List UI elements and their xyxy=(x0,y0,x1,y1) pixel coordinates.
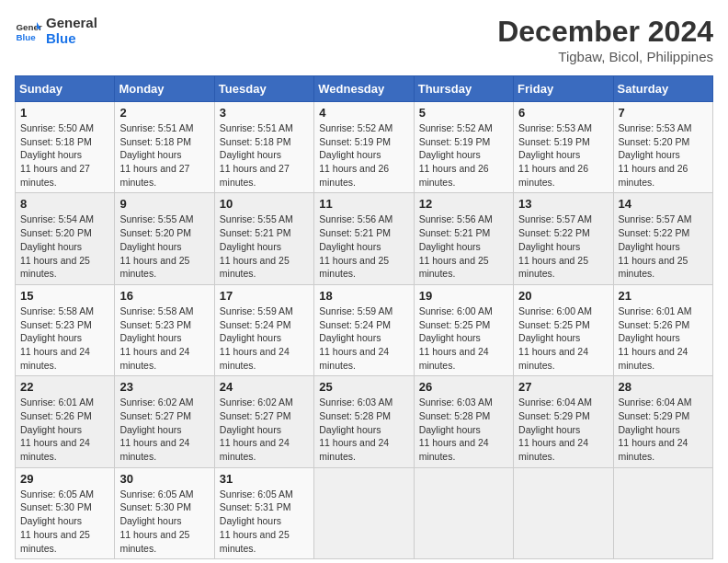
day-number: 27 xyxy=(518,380,608,394)
calendar-day-cell: 31Sunrise: 6:05 AMSunset: 5:31 PMDayligh… xyxy=(214,467,313,558)
calendar-body: 1Sunrise: 5:50 AMSunset: 5:18 PMDaylight… xyxy=(16,102,713,559)
day-number: 14 xyxy=(619,197,708,211)
calendar-day-cell: 28Sunrise: 6:04 AMSunset: 5:29 PMDayligh… xyxy=(613,376,712,467)
calendar-day-cell: 4Sunrise: 5:52 AMSunset: 5:19 PMDaylight… xyxy=(314,102,414,193)
day-info: Sunrise: 6:04 AMSunset: 5:29 PMDaylight … xyxy=(619,396,708,463)
day-number: 19 xyxy=(419,289,508,303)
calendar-day-cell xyxy=(314,467,414,558)
calendar-day-cell: 27Sunrise: 6:04 AMSunset: 5:29 PMDayligh… xyxy=(514,376,613,467)
calendar-day-cell: 14Sunrise: 5:57 AMSunset: 5:22 PMDayligh… xyxy=(613,193,712,284)
calendar-day-cell: 11Sunrise: 5:56 AMSunset: 5:21 PMDayligh… xyxy=(314,193,414,284)
weekday-header-saturday: Saturday xyxy=(613,76,712,102)
day-info: Sunrise: 5:51 AMSunset: 5:18 PMDaylight … xyxy=(220,121,309,189)
day-info: Sunrise: 5:53 AMSunset: 5:19 PMDaylight … xyxy=(518,121,608,189)
day-number: 18 xyxy=(319,289,408,303)
calendar-day-cell: 10Sunrise: 5:55 AMSunset: 5:21 PMDayligh… xyxy=(214,193,313,284)
day-number: 30 xyxy=(119,472,209,486)
day-number: 16 xyxy=(119,289,209,303)
day-info: Sunrise: 5:54 AMSunset: 5:20 PMDaylight … xyxy=(20,213,109,280)
day-info: Sunrise: 5:52 AMSunset: 5:19 PMDaylight … xyxy=(319,121,408,189)
day-info: Sunrise: 5:59 AMSunset: 5:24 PMDaylight … xyxy=(220,304,309,372)
calendar-day-cell: 26Sunrise: 6:03 AMSunset: 5:28 PMDayligh… xyxy=(414,376,513,467)
calendar-day-cell: 8Sunrise: 5:54 AMSunset: 5:20 PMDaylight… xyxy=(16,193,115,284)
day-number: 31 xyxy=(220,472,309,486)
calendar-day-cell: 12Sunrise: 5:56 AMSunset: 5:21 PMDayligh… xyxy=(414,193,513,284)
day-number: 3 xyxy=(220,106,309,120)
weekday-header-tuesday: Tuesday xyxy=(214,76,313,102)
day-info: Sunrise: 5:57 AMSunset: 5:22 PMDaylight … xyxy=(619,213,708,280)
weekday-header-friday: Friday xyxy=(514,76,613,102)
calendar-day-cell: 19Sunrise: 6:00 AMSunset: 5:25 PMDayligh… xyxy=(414,284,513,375)
calendar-header: SundayMondayTuesdayWednesdayThursdayFrid… xyxy=(16,76,713,102)
day-info: Sunrise: 5:58 AMSunset: 5:23 PMDaylight … xyxy=(119,304,209,372)
day-number: 5 xyxy=(419,106,508,120)
logo: General Blue General Blue xyxy=(15,15,97,46)
calendar-day-cell xyxy=(613,467,712,558)
day-info: Sunrise: 5:55 AMSunset: 5:20 PMDaylight … xyxy=(119,213,209,280)
day-info: Sunrise: 5:51 AMSunset: 5:18 PMDaylight … xyxy=(119,121,209,189)
day-info: Sunrise: 5:58 AMSunset: 5:23 PMDaylight … xyxy=(20,304,109,372)
calendar-week-row: 22Sunrise: 6:01 AMSunset: 5:26 PMDayligh… xyxy=(16,376,713,467)
day-number: 13 xyxy=(518,197,608,211)
day-number: 9 xyxy=(119,197,209,211)
weekday-header-monday: Monday xyxy=(115,76,214,102)
weekday-header-thursday: Thursday xyxy=(414,76,513,102)
calendar-week-row: 15Sunrise: 5:58 AMSunset: 5:23 PMDayligh… xyxy=(16,284,713,375)
day-info: Sunrise: 6:03 AMSunset: 5:28 PMDaylight … xyxy=(419,396,508,463)
location-subtitle: Tigbaw, Bicol, Philippines xyxy=(497,49,713,64)
day-number: 4 xyxy=(319,106,408,120)
day-info: Sunrise: 5:56 AMSunset: 5:21 PMDaylight … xyxy=(319,213,408,280)
calendar-week-row: 29Sunrise: 6:05 AMSunset: 5:30 PMDayligh… xyxy=(16,467,713,558)
svg-text:Blue: Blue xyxy=(17,32,37,42)
calendar-day-cell: 25Sunrise: 6:03 AMSunset: 5:28 PMDayligh… xyxy=(314,376,414,467)
day-number: 23 xyxy=(119,380,209,394)
day-info: Sunrise: 6:05 AMSunset: 5:30 PMDaylight … xyxy=(20,488,109,555)
day-number: 10 xyxy=(220,197,309,211)
day-number: 24 xyxy=(220,380,309,394)
calendar-day-cell: 5Sunrise: 5:52 AMSunset: 5:19 PMDaylight… xyxy=(414,102,513,193)
main-title: December 2024 xyxy=(497,15,713,49)
logo-icon: General Blue xyxy=(15,17,42,44)
day-number: 15 xyxy=(20,289,109,303)
day-info: Sunrise: 6:00 AMSunset: 5:25 PMDaylight … xyxy=(518,304,608,372)
weekday-header-sunday: Sunday xyxy=(16,76,115,102)
calendar-day-cell: 16Sunrise: 5:58 AMSunset: 5:23 PMDayligh… xyxy=(115,284,214,375)
weekday-header-row: SundayMondayTuesdayWednesdayThursdayFrid… xyxy=(16,76,713,102)
day-number: 2 xyxy=(119,106,209,120)
day-info: Sunrise: 5:59 AMSunset: 5:24 PMDaylight … xyxy=(319,304,408,372)
calendar-week-row: 1Sunrise: 5:50 AMSunset: 5:18 PMDaylight… xyxy=(16,102,713,193)
day-info: Sunrise: 6:04 AMSunset: 5:29 PMDaylight … xyxy=(518,396,608,463)
calendar-day-cell: 3Sunrise: 5:51 AMSunset: 5:18 PMDaylight… xyxy=(214,102,313,193)
logo-line2: Blue xyxy=(46,30,97,46)
day-number: 28 xyxy=(619,380,708,394)
day-number: 20 xyxy=(518,289,608,303)
calendar-table: SundayMondayTuesdayWednesdayThursdayFrid… xyxy=(15,75,713,559)
day-info: Sunrise: 5:52 AMSunset: 5:19 PMDaylight … xyxy=(419,121,508,189)
calendar-day-cell: 21Sunrise: 6:01 AMSunset: 5:26 PMDayligh… xyxy=(613,284,712,375)
day-info: Sunrise: 6:02 AMSunset: 5:27 PMDaylight … xyxy=(220,396,309,463)
day-number: 26 xyxy=(419,380,508,394)
logo-line1: General xyxy=(46,15,97,30)
day-number: 6 xyxy=(518,106,608,120)
calendar-day-cell: 6Sunrise: 5:53 AMSunset: 5:19 PMDaylight… xyxy=(514,102,613,193)
day-info: Sunrise: 6:02 AMSunset: 5:27 PMDaylight … xyxy=(119,396,209,463)
weekday-header-wednesday: Wednesday xyxy=(314,76,414,102)
day-number: 8 xyxy=(20,197,109,211)
calendar-day-cell: 22Sunrise: 6:01 AMSunset: 5:26 PMDayligh… xyxy=(16,376,115,467)
calendar-day-cell: 7Sunrise: 5:53 AMSunset: 5:20 PMDaylight… xyxy=(613,102,712,193)
day-info: Sunrise: 5:57 AMSunset: 5:22 PMDaylight … xyxy=(518,213,608,280)
day-number: 29 xyxy=(20,472,109,486)
day-info: Sunrise: 6:00 AMSunset: 5:25 PMDaylight … xyxy=(419,304,508,372)
day-number: 11 xyxy=(319,197,408,211)
day-info: Sunrise: 5:50 AMSunset: 5:18 PMDaylight … xyxy=(20,121,109,189)
calendar-day-cell xyxy=(414,467,513,558)
day-info: Sunrise: 5:55 AMSunset: 5:21 PMDaylight … xyxy=(220,213,309,280)
day-info: Sunrise: 6:01 AMSunset: 5:26 PMDaylight … xyxy=(20,396,109,463)
calendar-day-cell: 23Sunrise: 6:02 AMSunset: 5:27 PMDayligh… xyxy=(115,376,214,467)
day-number: 12 xyxy=(419,197,508,211)
day-number: 25 xyxy=(319,380,408,394)
day-info: Sunrise: 6:03 AMSunset: 5:28 PMDaylight … xyxy=(319,396,408,463)
day-info: Sunrise: 6:05 AMSunset: 5:30 PMDaylight … xyxy=(119,488,209,555)
day-number: 7 xyxy=(619,106,708,120)
calendar-day-cell: 9Sunrise: 5:55 AMSunset: 5:20 PMDaylight… xyxy=(115,193,214,284)
